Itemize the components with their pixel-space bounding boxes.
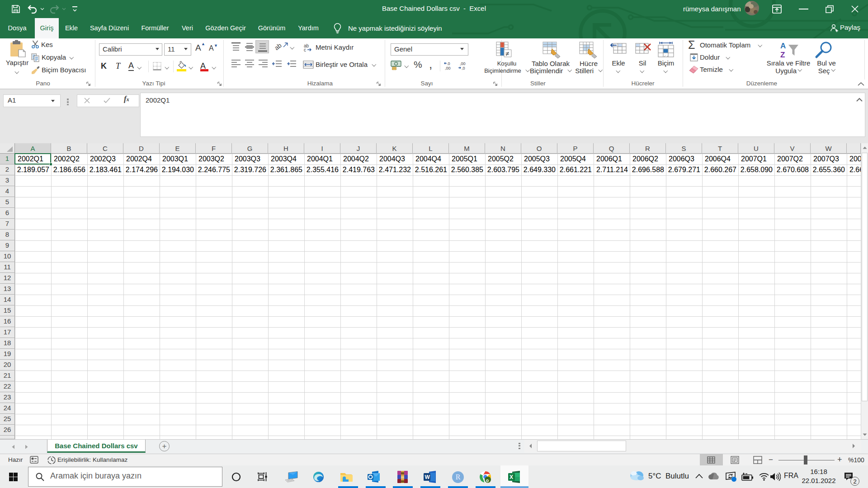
svg-text:X: X — [509, 474, 513, 480]
svg-text:,0: ,0 — [462, 66, 465, 70]
svg-text:c: c — [304, 47, 306, 52]
svg-text:W: W — [425, 474, 430, 480]
svg-text:Z: Z — [780, 51, 785, 59]
svg-text:A: A — [780, 42, 786, 50]
svg-text:≠: ≠ — [505, 50, 509, 57]
svg-text:,00: ,00 — [445, 66, 451, 70]
svg-text:,00: ,00 — [460, 61, 466, 66]
svg-text:.0: .0 — [447, 61, 450, 66]
svg-text:o: o — [486, 478, 489, 483]
